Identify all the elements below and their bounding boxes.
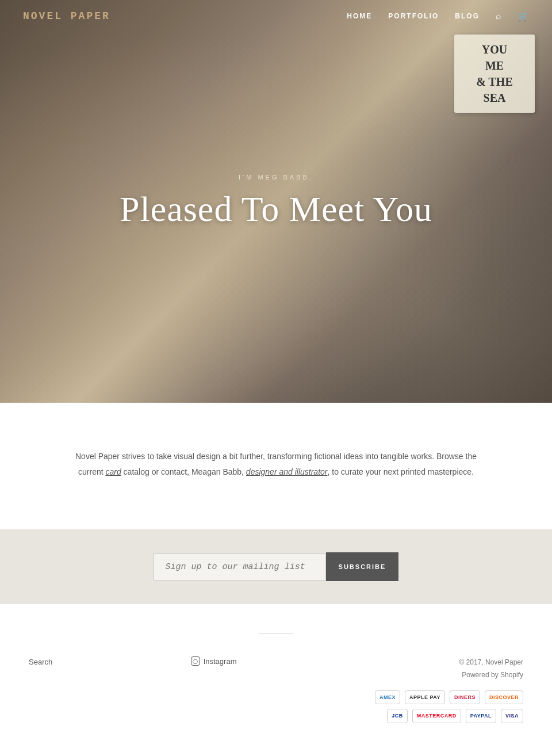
- hero-text-block: I'M MEG BABB. Pleased To Meet You: [120, 174, 432, 230]
- jcb-badge: JCB: [387, 709, 408, 723]
- mastercard-badge: MASTERCARD: [412, 709, 461, 723]
- instagram-link[interactable]: Instagram: [204, 657, 237, 666]
- apple-pay-badge: APPLE PAY: [405, 690, 445, 704]
- footer-links: Search ◯ Instagram © 2017, Novel Paper P…: [29, 656, 523, 723]
- instagram-icon: ◯: [191, 656, 200, 666]
- footer-right: © 2017, Novel Paper Powered by Shopify A…: [375, 656, 523, 723]
- nav-home[interactable]: HOME: [347, 12, 372, 20]
- hero-section: YOUME& THESEA I'M MEG BABB. Pleased To M…: [0, 0, 552, 403]
- payment-row-2: JCB MASTERCARD PAYPAL VISA: [387, 709, 523, 723]
- site-footer: Search ◯ Instagram © 2017, Novel Paper P…: [0, 604, 552, 752]
- powered-by: Powered by Shopify: [375, 669, 523, 682]
- discover-badge: DISCOVER: [485, 690, 523, 704]
- footer-divider: [259, 633, 293, 633]
- designer-link[interactable]: designer and illustrator: [246, 467, 328, 476]
- search-link[interactable]: Search: [29, 658, 52, 666]
- amex-badge: AMEX: [375, 690, 400, 704]
- search-icon[interactable]: ⌕: [496, 11, 501, 21]
- subscribe-button[interactable]: SUBSCRIBE: [326, 552, 399, 581]
- nav-blog[interactable]: BLOG: [455, 12, 480, 20]
- hero-title: Pleased To Meet You: [120, 189, 432, 230]
- diners-badge: DINERS: [450, 690, 480, 704]
- mailing-list-section: SUBSCRIBE: [0, 529, 552, 604]
- notebook-graphic: YOUME& THESEA: [454, 35, 535, 113]
- site-header: NOVEL PAPER HOME PORTFOLIO BLOG ⌕ 🛒: [0, 0, 552, 32]
- payment-row-1: AMEX APPLE PAY DINERS DISCOVER: [375, 690, 523, 704]
- card-link[interactable]: card: [105, 467, 121, 476]
- main-nav: HOME PORTFOLIO BLOG ⌕ 🛒: [347, 11, 529, 22]
- cart-icon[interactable]: 🛒: [518, 11, 529, 22]
- intro-paragraph: Novel Paper strives to take visual desig…: [63, 449, 489, 479]
- paypal-badge: PAYPAL: [466, 709, 496, 723]
- nav-portfolio[interactable]: PORTFOLIO: [388, 12, 439, 20]
- mailing-form: SUBSCRIBE: [154, 552, 399, 581]
- footer-search: Search: [29, 656, 52, 667]
- payment-badges: AMEX APPLE PAY DINERS DISCOVER JCB MASTE…: [375, 690, 523, 723]
- footer-instagram: ◯ Instagram: [191, 656, 237, 666]
- copyright-text: © 2017, Novel Paper: [375, 656, 523, 669]
- visa-badge: VISA: [501, 709, 523, 723]
- main-content-section: Novel Paper strives to take visual desig…: [0, 403, 552, 529]
- site-logo[interactable]: NOVEL PAPER: [23, 10, 110, 22]
- email-input[interactable]: [154, 553, 326, 581]
- hero-subtitle: I'M MEG BABB.: [120, 174, 432, 181]
